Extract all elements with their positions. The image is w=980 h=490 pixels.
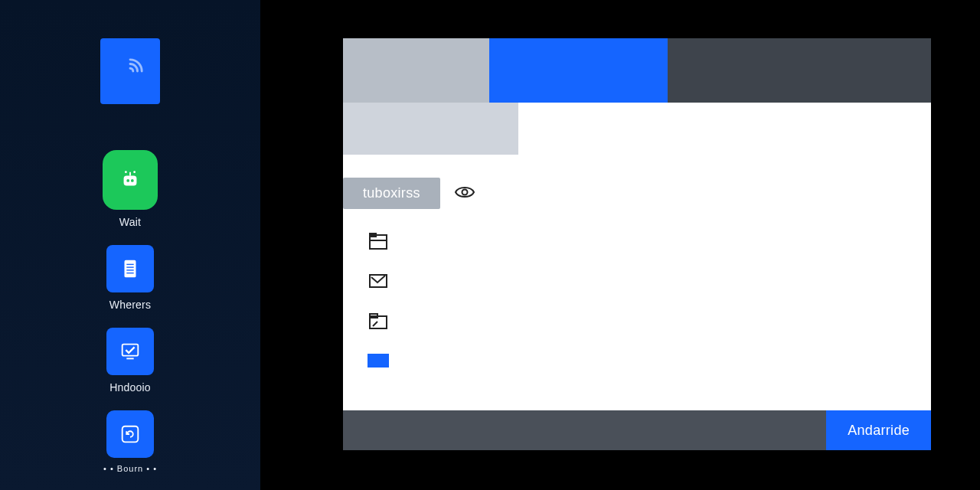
primary-action-button[interactable]: Andarride [826,410,931,450]
svg-rect-13 [122,426,139,443]
main-panel: tuboxirss [343,38,931,450]
item-list [368,230,931,371]
document-icon [119,257,142,280]
svg-point-2 [131,179,134,182]
svg-rect-6 [125,260,136,278]
sidebar-label: • • Bourn • • [103,464,157,473]
mail-check-icon [368,271,388,291]
svg-point-5 [133,171,136,173]
sidebar: Wait Wherers Hndooio [0,0,260,490]
sidebar-label: Wherers [109,299,151,311]
content-area: tuboxirss [343,155,931,410]
list-item-marker[interactable] [368,350,389,371]
list-item-mail[interactable] [368,270,389,292]
svg-rect-11 [122,345,139,356]
sidebar-item-hndooio[interactable]: Hndooio [106,328,154,394]
svg-rect-0 [124,175,137,185]
sidebar-item-wherers[interactable]: Wherers [106,245,154,311]
filter-chip[interactable]: tuboxirss [343,178,440,209]
folder-icon [368,231,388,251]
app-logo[interactable] [100,38,160,104]
sidebar-label: Wait [119,216,141,228]
tab-bar [343,38,931,103]
robot-icon [119,168,142,191]
refresh-frame-icon [119,423,142,446]
blue-square-icon [368,354,389,368]
list-item-archive[interactable] [368,310,389,332]
svg-point-4 [125,171,127,173]
svg-point-14 [462,189,467,194]
sidebar-item-wait[interactable]: Wait [103,150,158,228]
tab-3[interactable] [668,38,931,103]
list-item-folder[interactable] [368,230,389,252]
tab-1[interactable] [343,38,489,103]
check-monitor-icon [119,340,142,363]
sidebar-item-bourn[interactable]: • • Bourn • • [103,410,157,473]
fingerprint-icon [116,57,145,86]
svg-line-21 [373,322,377,326]
sub-header-block [343,103,518,155]
panel-footer: Andarride [343,410,931,450]
tab-2-active[interactable] [489,38,668,103]
sidebar-label: Hndooio [109,381,151,394]
svg-point-1 [126,179,129,182]
eye-icon[interactable] [454,185,475,203]
archive-icon [368,311,388,331]
